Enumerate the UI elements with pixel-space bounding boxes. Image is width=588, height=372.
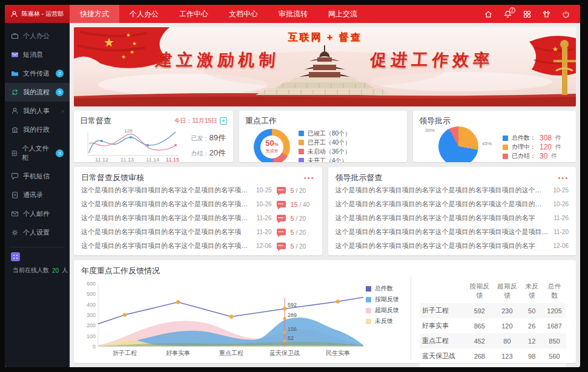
sidebar-item-label: 短消息 [23,50,43,59]
legend-label: 超期反馈 [375,307,399,314]
sidebar-item-sms[interactable]: 手机短信 [5,167,70,186]
legend-swatch [366,319,371,324]
legend-swatch [503,154,508,159]
hero-banner: ★ ★ ★ ★ ★ ★ 互联网 + 督查 建立激励机制 [74,27,576,106]
legend-swatch [366,297,371,302]
sidebar-item-personal-cabinet[interactable]: 个人文件柜 3 [5,139,70,167]
main-nav: 快捷方式 个人办公 工作中心 文档中心 审批流转 网上交流 [70,5,368,23]
legend-swatch [503,145,508,150]
list-item[interactable]: 这个是项目的名字项目项目的名字这个是项目的名字项目项目的名字 11-26 [335,211,569,225]
sidebar-item-label: 我的流程 [23,88,50,97]
sidebar-item-personal-mail[interactable]: 个人邮件 [5,204,70,223]
tooltip-value: 156 [288,326,297,332]
list-item[interactable]: 这个是项目的名字项目项目的名字这个是项目的名字项目项目的名字项目项目的名 11-… [81,211,315,225]
item-text: 这个是项目的名字项目项目的名字这个是项目的名字项这个是项目的目项目的名字 [335,200,549,209]
sidebar-item-my-workflow[interactable]: 我的流程 5 [5,83,70,102]
svg-text:民生实事: 民生实事 [326,350,350,356]
legend-label: 已办结： [512,152,536,160]
power-icon[interactable] [561,10,570,19]
item-text: 这个是项目的名字项目项目的名字这个是项目的名字项目项目的名字 [335,241,549,250]
table-row: 重点工程4528012850 [420,333,566,348]
item-date: 10-26 [256,201,272,207]
cabinet-icon [11,149,18,157]
list-item[interactable]: 这个是项目的名字项目项目的名字这个是项目的名字项这个是项目的目项目的名字 10-… [335,197,569,211]
list-item[interactable]: 这个是项目的名字项目项目的名字这个是项目的名字项目项目的名字 12-06 [335,239,569,253]
sidebar-item-my-hr[interactable]: 我的人事 › [5,102,70,120]
comment-bubble-icon: ••• [277,229,286,235]
theme-shirt-icon[interactable] [542,10,551,19]
item-text: 这个是项目的名字项目项目的名字这个是项目的名字项目项目的名字的名字项目项目的名字 [81,186,251,195]
tab-approval-flow[interactable]: 审批流转 [268,5,318,23]
folder-icon [11,70,19,77]
more-menu-icon[interactable]: ••• [558,175,569,180]
table-row: 民生实事3265010980 [420,364,566,367]
svg-text:好事实事: 好事实事 [166,350,190,356]
list-item[interactable]: 这个是项目的名字项目项目的名字这个是项目的名字项目项目的名字 10-26 •••… [81,197,315,211]
chevron-right-icon: › [62,108,64,114]
tab-doc-center[interactable]: 文档中心 [219,5,268,23]
legend-value: 30 [540,152,547,160]
comment-count: 5 / 20 [291,215,315,222]
header-actions: 2 [484,5,580,23]
home-icon[interactable] [484,10,493,19]
sidebar-item-label: 个人文件柜 [22,144,51,162]
sync-icon [11,88,19,96]
sidebar: 个人办公 短消息 文件传递 2 我的流程 5 我的人事 › [5,23,70,367]
svg-text:11.12: 11.12 [95,157,108,162]
comment-bubble-icon: ••• [277,215,286,221]
mail-icon [11,210,19,218]
person-icon [11,107,19,115]
date-picker-icon[interactable] [220,117,227,125]
item-date: 11-26 [553,215,569,221]
user-chip[interactable]: 陈嘉林 - 运营部 [5,5,70,23]
annual-legend: 总件数 按期反馈 超期反馈 未反馈 [366,276,407,359]
list-item[interactable]: 这个是项目的名字项目项目的名字这个是项目的名字项 11-20 ••• 5 / 2… [81,225,315,239]
tab-online-exchange[interactable]: 网上交流 [318,5,368,23]
sidebar-item-file-transfer[interactable]: 文件传递 2 [5,64,70,83]
legend-swatch [366,308,371,313]
key-work-card: 重点工作 50% 完成率 已竣工（80个） 已开工（40个） 未启动（36个） [239,111,407,162]
sidebar-item-personal-settings[interactable]: 个人设置 [5,223,70,242]
sidebar-item-messages[interactable]: 短消息 [5,45,70,64]
sidebar-item-my-admin[interactable]: 我的行政 [5,120,70,139]
legend-unit: 件 [555,134,561,142]
svg-text:100: 100 [87,333,96,339]
comment-bubble-icon: ••• [277,243,286,249]
more-menu-icon[interactable]: ••• [304,175,315,180]
annual-area-chart: 600 500 400 300 200 100 0 [81,276,366,359]
item-text: 这个是项目的名字项目项目的名字这个是项目的名字项目项目的名字 [81,200,251,209]
donut-value: 50 [265,139,274,148]
legend-swatch [299,131,304,136]
sidebar-item-label: 我的人事 [23,106,50,116]
tab-quick-access[interactable]: 快捷方式 [70,5,119,23]
donut-sublabel: 完成率 [266,148,279,154]
leader-instructions-card: 领导批示 30% 45% 285% 总件数：308件 办理中：120件 已办结：… [413,111,576,162]
item-text: 这个是项目的名字项目项目的名字这个是项目的名字项目项这个是项目的名字项目项目的名 [335,227,549,237]
legend-swatch [299,158,304,162]
count-badge: 5 [56,88,64,96]
legend-value: 120 [540,143,552,151]
item-text: 这个是项目的名字项目项目的名字这个是项目的名字项目项目的这个是项目的名字项目项目… [335,186,549,195]
building-icon [11,126,19,134]
stat-sent-value: 89件 [210,133,226,142]
svg-text:蓝天保卫战: 蓝天保卫战 [269,350,300,356]
list-item[interactable]: 这个是项目的名字项目项目的名字这个是项目的名字项目项这个是项目的名字项目项目的名… [335,225,569,239]
bell-icon[interactable]: 2 [503,10,512,19]
list-item[interactable]: 这个是项目的名字项目项目的名字这个是项目的名字项目项目的名字的名字项目项目的名字… [81,183,315,197]
online-users: 当前在线人数 20 人 [5,266,70,275]
banner-slogan-left: 建立激励机制 [155,49,280,71]
widget-icon[interactable] [11,252,20,261]
envelope-icon [11,51,19,59]
tab-work-center[interactable]: 工作中心 [169,5,219,23]
tab-personal-office[interactable]: 个人办公 [119,5,169,23]
apps-grid-icon[interactable] [523,10,532,19]
main-content: ★ ★ ★ ★ ★ ★ 互联网 + 督查 建立激励机制 [70,23,580,367]
chat-bubble-icon [11,172,19,180]
leader-legend: 总件数：308件 办理中：120件 已办结：30件 [503,134,561,160]
list-item[interactable]: 这个是项目的名字项目项目的名字这个是项目的名字项目项目的名字的名字项目项目的名字… [81,239,315,253]
card-title: 日常督查 [80,116,111,126]
sidebar-item-contacts[interactable]: 通讯录 [5,186,70,204]
list-item[interactable]: 这个是项目的名字项目项目的名字这个是项目的名字项目项目的这个是项目的名字项目项目… [335,183,569,197]
legend-label: 总件数： [512,134,536,142]
comment-bubble-icon: ••• [277,201,286,207]
